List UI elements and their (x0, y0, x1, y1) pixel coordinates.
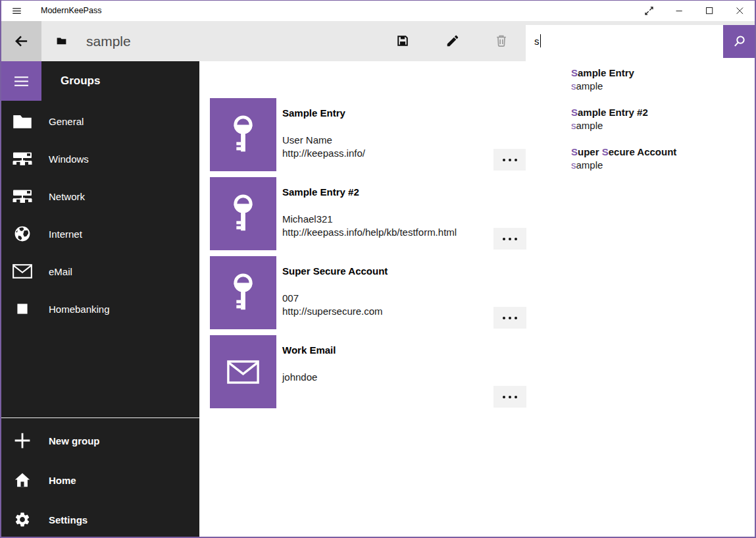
sidebar-item-windows[interactable]: Windows (1, 140, 199, 177)
entry-tile (210, 256, 276, 329)
sidebar-action-settings[interactable]: Settings (1, 500, 199, 538)
entry-title: Sample Entry #2 (282, 186, 359, 198)
sidebar-footer: New groupHomeSettings (1, 421, 199, 538)
sidebar-action-new-group[interactable]: New group (1, 421, 199, 460)
entry-tile (210, 177, 276, 250)
save-icon (395, 34, 410, 48)
sidebar-item-email[interactable]: eMail (1, 252, 199, 290)
entry-details: johndoe (282, 371, 317, 384)
sidebar-item-label: Internet (49, 228, 82, 239)
sidebar-item-label: New group (49, 435, 100, 446)
pencil-icon (445, 34, 460, 48)
entry-tile (210, 98, 276, 171)
back-button[interactable] (1, 21, 41, 61)
hamburger-icon (12, 73, 31, 90)
close-button[interactable] (724, 1, 755, 21)
entry-details: User Namehttp://keepass.info/ (282, 134, 365, 160)
sidebar-item-label: Windows (49, 153, 89, 164)
maximize-icon (704, 5, 715, 16)
suggestion-subtitle: sample (571, 119, 756, 132)
home-icon (13, 471, 32, 489)
sidebar-item-label: eMail (49, 265, 72, 277)
key-icon (228, 194, 258, 234)
sidebar-item-homebanking[interactable]: Homebanking (1, 290, 199, 327)
sidebar-item-label: Home (49, 475, 76, 486)
more-options-button[interactable] (493, 386, 526, 408)
mail-icon (227, 360, 259, 384)
window-controls (634, 1, 755, 21)
network-icon (13, 188, 32, 205)
more-options-button[interactable] (493, 228, 526, 250)
sidebar-item-label: Network (49, 190, 85, 202)
key-icon (228, 115, 258, 155)
more-options-button[interactable] (493, 149, 526, 171)
group-list: GeneralWindowsNetworkInterneteMailHomeba… (1, 102, 199, 327)
entry-tile (210, 335, 276, 408)
sidebar-item-label: General (49, 115, 84, 126)
entry-title: Work Email (282, 344, 336, 356)
sidebar-action-home[interactable]: Home (1, 460, 199, 500)
globe-icon (13, 225, 32, 242)
fullscreen-button[interactable] (634, 1, 664, 21)
sidebar-heading: Groups (61, 61, 100, 101)
suggestion-item[interactable]: Super Secure Accountsample (571, 146, 756, 172)
suggestion-subtitle: sample (571, 159, 756, 172)
app-window: ModernKeePass sample s Sample Entrysampl… (0, 0, 756, 538)
minimize-icon (674, 5, 685, 16)
entry-details: Michael321http://keepass.info/help/kb/te… (282, 213, 457, 239)
title-bar: ModernKeePass (1, 1, 755, 21)
sidebar-item-label: Settings (49, 514, 88, 525)
database-folder-icon (57, 37, 66, 45)
search-icon (732, 34, 747, 49)
mail-icon (13, 263, 32, 280)
suggestion-item[interactable]: Sample Entrysample (571, 67, 756, 93)
sidebar-item-general[interactable]: General (1, 102, 199, 140)
sidebar-item-network[interactable]: Network (1, 177, 199, 215)
back-arrow-icon (14, 34, 29, 49)
sidebar-item-internet[interactable]: Internet (1, 215, 199, 252)
maximize-button[interactable] (694, 1, 724, 21)
fullscreen-icon (643, 5, 655, 17)
suggestion-title: Sample Entry (571, 67, 756, 80)
more-options-button[interactable] (493, 307, 526, 329)
key-icon (228, 273, 258, 313)
search-button[interactable] (723, 25, 756, 58)
app-title: ModernKeePass (41, 1, 101, 21)
sidebar-item-label: Homebanking (49, 303, 110, 314)
square-icon (13, 300, 32, 317)
save-button[interactable] (387, 25, 418, 57)
search-suggestions: Sample EntrysampleSample Entry #2sampleS… (526, 58, 756, 193)
entry-title: Sample Entry (282, 107, 345, 119)
minimize-button[interactable] (664, 1, 694, 21)
suggestion-item[interactable]: Sample Entry #2sample (571, 106, 756, 132)
plus-icon (13, 432, 32, 449)
entry-row-work-email[interactable]: Work Emailjohndoe (210, 335, 526, 408)
folder-icon (13, 113, 32, 130)
sidebar-divider (1, 417, 199, 418)
suggestion-title: Super Secure Account (571, 146, 756, 159)
edit-button[interactable] (437, 25, 468, 57)
page-title: sample (86, 21, 131, 61)
gear-icon (13, 511, 32, 528)
delete-button[interactable] (486, 25, 517, 57)
search-input[interactable]: s (534, 25, 541, 58)
entry-row-sample-entry[interactable]: Sample EntryUser Namehttp://keepass.info… (210, 98, 526, 171)
trash-icon (494, 34, 509, 48)
suggestion-title: Sample Entry #2 (571, 106, 756, 119)
text-caret (540, 34, 542, 47)
entry-details: 007http://supersecure.com (282, 292, 383, 318)
nav-hamburger-button[interactable] (1, 61, 41, 101)
entry-title: Super Secure Account (282, 265, 388, 277)
entry-row-super-secure-account[interactable]: Super Secure Account007http://supersecur… (210, 256, 526, 329)
network-icon (13, 150, 32, 167)
close-icon (734, 5, 745, 16)
suggestion-subtitle: sample (571, 80, 756, 93)
sidebar: Groups GeneralWindowsNetworkInterneteMai… (1, 61, 199, 537)
search-box[interactable]: s (526, 25, 756, 58)
entry-row-sample-entry-2[interactable]: Sample Entry #2Michael321http://keepass.… (210, 177, 526, 250)
hamburger-icon[interactable] (11, 6, 22, 16)
